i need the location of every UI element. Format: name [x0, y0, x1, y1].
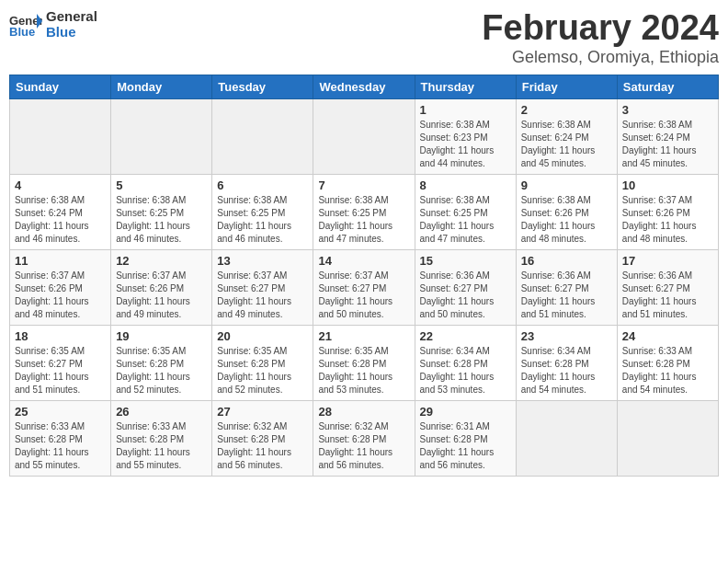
day-info: Sunrise: 6:38 AMSunset: 6:25 PMDaylight:… [318, 194, 409, 246]
day-number: 4 [15, 178, 106, 192]
day-number: 15 [420, 254, 511, 268]
day-number: 1 [420, 103, 511, 117]
day-number: 19 [116, 329, 207, 343]
day-number: 27 [217, 405, 308, 419]
calendar-cell: 10Sunrise: 6:37 AMSunset: 6:26 PMDayligh… [617, 174, 718, 249]
day-number: 18 [15, 329, 106, 343]
day-info: Sunrise: 6:35 AMSunset: 6:28 PMDaylight:… [116, 345, 207, 396]
day-info: Sunrise: 6:34 AMSunset: 6:28 PMDaylight:… [521, 345, 612, 396]
day-number: 11 [15, 254, 106, 268]
weekday-header: Tuesday [212, 75, 313, 98]
day-info: Sunrise: 6:38 AMSunset: 6:26 PMDaylight:… [521, 194, 612, 246]
calendar-cell: 15Sunrise: 6:36 AMSunset: 6:27 PMDayligh… [415, 249, 516, 325]
day-number: 26 [116, 405, 207, 419]
calendar-cell: 8Sunrise: 6:38 AMSunset: 6:25 PMDaylight… [415, 174, 516, 249]
calendar-week-row: 4Sunrise: 6:38 AMSunset: 6:24 PMDaylight… [10, 174, 719, 249]
day-number: 8 [420, 178, 511, 192]
day-number: 24 [622, 329, 713, 343]
day-info: Sunrise: 6:37 AMSunset: 6:26 PMDaylight:… [116, 270, 207, 321]
day-info: Sunrise: 6:38 AMSunset: 6:24 PMDaylight:… [521, 119, 612, 170]
svg-text:Blue: Blue [9, 25, 35, 38]
weekday-header: Saturday [617, 75, 718, 98]
weekday-header: Thursday [415, 75, 516, 98]
calendar-cell: 7Sunrise: 6:38 AMSunset: 6:25 PMDaylight… [313, 174, 415, 249]
day-number: 25 [15, 405, 106, 419]
calendar-cell: 25Sunrise: 6:33 AMSunset: 6:28 PMDayligh… [10, 400, 111, 476]
day-number: 21 [318, 329, 409, 343]
day-info: Sunrise: 6:36 AMSunset: 6:27 PMDaylight:… [521, 270, 612, 321]
calendar-cell [10, 98, 111, 174]
day-info: Sunrise: 6:34 AMSunset: 6:28 PMDaylight:… [420, 345, 511, 396]
calendar-cell: 16Sunrise: 6:36 AMSunset: 6:27 PMDayligh… [516, 249, 617, 325]
day-info: Sunrise: 6:38 AMSunset: 6:24 PMDaylight:… [15, 194, 106, 246]
calendar-cell: 4Sunrise: 6:38 AMSunset: 6:24 PMDaylight… [10, 174, 111, 249]
calendar-cell: 6Sunrise: 6:38 AMSunset: 6:25 PMDaylight… [212, 174, 313, 249]
day-info: Sunrise: 6:37 AMSunset: 6:26 PMDaylight:… [622, 194, 713, 246]
day-info: Sunrise: 6:33 AMSunset: 6:28 PMDaylight:… [116, 420, 207, 472]
calendar-cell: 19Sunrise: 6:35 AMSunset: 6:28 PMDayligh… [111, 325, 212, 400]
day-number: 20 [217, 329, 308, 343]
day-info: Sunrise: 6:31 AMSunset: 6:28 PMDaylight:… [420, 420, 511, 472]
day-number: 29 [420, 405, 511, 419]
calendar-cell: 14Sunrise: 6:37 AMSunset: 6:27 PMDayligh… [313, 249, 415, 325]
day-info: Sunrise: 6:38 AMSunset: 6:23 PMDaylight:… [420, 119, 511, 170]
day-info: Sunrise: 6:38 AMSunset: 6:25 PMDaylight:… [116, 194, 207, 246]
weekday-header: Monday [111, 75, 212, 98]
calendar-cell: 22Sunrise: 6:34 AMSunset: 6:28 PMDayligh… [415, 325, 516, 400]
calendar-cell: 29Sunrise: 6:31 AMSunset: 6:28 PMDayligh… [415, 400, 516, 476]
calendar-cell: 3Sunrise: 6:38 AMSunset: 6:24 PMDaylight… [617, 98, 718, 174]
calendar-cell [313, 98, 415, 174]
day-info: Sunrise: 6:37 AMSunset: 6:27 PMDaylight:… [318, 270, 409, 321]
day-number: 7 [318, 178, 409, 192]
page-header: General Blue General Blue February 2024 … [9, 9, 719, 67]
calendar-cell: 21Sunrise: 6:35 AMSunset: 6:28 PMDayligh… [313, 325, 415, 400]
day-info: Sunrise: 6:38 AMSunset: 6:25 PMDaylight:… [217, 194, 308, 246]
day-number: 3 [622, 103, 713, 117]
logo: General Blue General Blue [9, 9, 97, 40]
day-number: 13 [217, 254, 308, 268]
day-info: Sunrise: 6:37 AMSunset: 6:27 PMDaylight:… [217, 270, 308, 321]
calendar-cell [212, 98, 313, 174]
day-info: Sunrise: 6:36 AMSunset: 6:27 PMDaylight:… [622, 270, 713, 321]
calendar-cell: 2Sunrise: 6:38 AMSunset: 6:24 PMDaylight… [516, 98, 617, 174]
day-info: Sunrise: 6:38 AMSunset: 6:25 PMDaylight:… [420, 194, 511, 246]
calendar-cell: 24Sunrise: 6:33 AMSunset: 6:28 PMDayligh… [617, 325, 718, 400]
calendar-cell: 9Sunrise: 6:38 AMSunset: 6:26 PMDaylight… [516, 174, 617, 249]
day-info: Sunrise: 6:32 AMSunset: 6:28 PMDaylight:… [217, 420, 308, 472]
calendar-cell: 11Sunrise: 6:37 AMSunset: 6:26 PMDayligh… [10, 249, 111, 325]
calendar-cell: 13Sunrise: 6:37 AMSunset: 6:27 PMDayligh… [212, 249, 313, 325]
calendar-week-row: 25Sunrise: 6:33 AMSunset: 6:28 PMDayligh… [10, 400, 719, 476]
day-info: Sunrise: 6:33 AMSunset: 6:28 PMDaylight:… [622, 345, 713, 396]
calendar-week-row: 11Sunrise: 6:37 AMSunset: 6:26 PMDayligh… [10, 249, 719, 325]
day-number: 14 [318, 254, 409, 268]
calendar-cell: 17Sunrise: 6:36 AMSunset: 6:27 PMDayligh… [617, 249, 718, 325]
calendar-cell: 5Sunrise: 6:38 AMSunset: 6:25 PMDaylight… [111, 174, 212, 249]
day-info: Sunrise: 6:35 AMSunset: 6:27 PMDaylight:… [15, 345, 106, 396]
calendar-header-row: SundayMondayTuesdayWednesdayThursdayFrid… [10, 75, 719, 98]
calendar-cell: 26Sunrise: 6:33 AMSunset: 6:28 PMDayligh… [111, 400, 212, 476]
weekday-header: Friday [516, 75, 617, 98]
day-number: 16 [521, 254, 612, 268]
month-title: February 2024 [482, 9, 719, 48]
logo-icon: General Blue [9, 12, 42, 38]
calendar-cell [516, 400, 617, 476]
calendar-cell [111, 98, 212, 174]
day-number: 28 [318, 405, 409, 419]
calendar-cell: 18Sunrise: 6:35 AMSunset: 6:27 PMDayligh… [10, 325, 111, 400]
weekday-header: Sunday [10, 75, 111, 98]
day-number: 2 [521, 103, 612, 117]
day-info: Sunrise: 6:36 AMSunset: 6:27 PMDaylight:… [420, 270, 511, 321]
day-number: 12 [116, 254, 207, 268]
day-info: Sunrise: 6:37 AMSunset: 6:26 PMDaylight:… [15, 270, 106, 321]
calendar-cell: 1Sunrise: 6:38 AMSunset: 6:23 PMDaylight… [415, 98, 516, 174]
calendar-cell: 23Sunrise: 6:34 AMSunset: 6:28 PMDayligh… [516, 325, 617, 400]
calendar-week-row: 18Sunrise: 6:35 AMSunset: 6:27 PMDayligh… [10, 325, 719, 400]
day-number: 6 [217, 178, 308, 192]
day-number: 5 [116, 178, 207, 192]
day-number: 23 [521, 329, 612, 343]
calendar-cell: 27Sunrise: 6:32 AMSunset: 6:28 PMDayligh… [212, 400, 313, 476]
day-number: 17 [622, 254, 713, 268]
location-title: Gelemso, Oromiya, Ethiopia [482, 48, 719, 67]
day-info: Sunrise: 6:35 AMSunset: 6:28 PMDaylight:… [217, 345, 308, 396]
calendar-cell: 20Sunrise: 6:35 AMSunset: 6:28 PMDayligh… [212, 325, 313, 400]
